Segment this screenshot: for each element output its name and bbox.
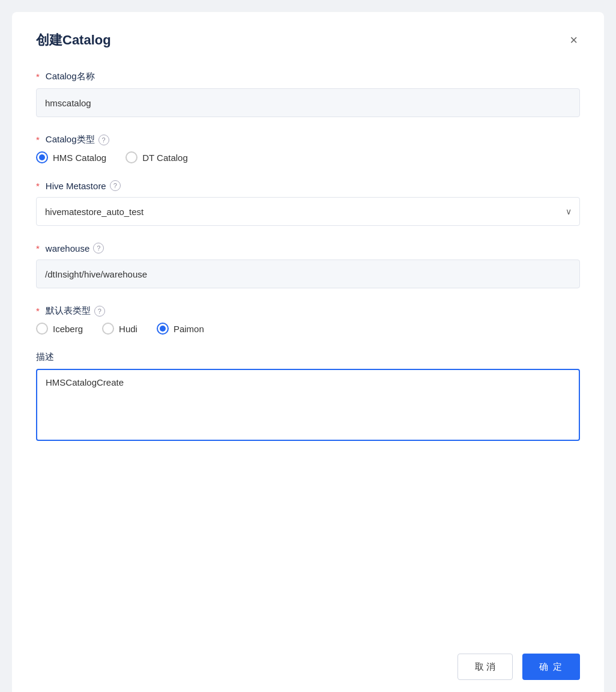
radio-hms-circle <box>36 151 48 163</box>
catalog-name-label: * Catalog名称 <box>36 71 580 82</box>
required-star-type: * <box>36 135 40 145</box>
warehouse-label: * warehouse ? <box>36 243 580 253</box>
catalog-type-label: * Catalog类型 ? <box>36 134 580 145</box>
radio-iceberg-circle <box>36 323 48 335</box>
warehouse-help-icon[interactable]: ? <box>93 243 104 253</box>
catalog-type-radio-group: HMS Catalog DT Catalog <box>36 151 580 163</box>
hive-metastore-select-wrapper: hivematestore_auto_test ∨ <box>36 197 580 226</box>
description-textarea[interactable]: HMSCatalogCreate <box>36 369 580 441</box>
radio-dt-catalog[interactable]: DT Catalog <box>125 151 188 163</box>
hive-metastore-section: * Hive Metastore ? hivematestore_auto_te… <box>36 180 580 226</box>
warehouse-input[interactable] <box>36 260 580 288</box>
dialog-header: 创建Catalog × <box>36 31 580 49</box>
hive-metastore-select[interactable]: hivematestore_auto_test <box>36 197 580 226</box>
default-table-type-help-icon[interactable]: ? <box>94 306 105 317</box>
required-star: * <box>36 71 40 82</box>
radio-paimon-circle <box>157 323 169 335</box>
catalog-name-input[interactable] <box>36 88 580 117</box>
description-section: 描述 HMSCatalogCreate <box>36 351 580 443</box>
default-table-type-section: * 默认表类型 ? Iceberg Hudi Paimon <box>36 305 580 335</box>
default-table-type-label: * 默认表类型 ? <box>36 305 580 317</box>
hive-metastore-help-icon[interactable]: ? <box>110 180 121 191</box>
radio-hms-inner <box>39 154 45 160</box>
warehouse-section: * warehouse ? <box>36 243 580 288</box>
catalog-type-help-icon[interactable]: ? <box>98 135 109 145</box>
dialog-title: 创建Catalog <box>36 31 111 49</box>
dialog-footer: 取 消 确 定 <box>36 630 580 680</box>
required-star-warehouse: * <box>36 243 40 253</box>
radio-hudi[interactable]: Hudi <box>102 323 137 335</box>
required-star-table: * <box>36 306 40 316</box>
catalog-name-section: * Catalog名称 <box>36 71 580 117</box>
cancel-button[interactable]: 取 消 <box>457 654 513 680</box>
confirm-button[interactable]: 确 定 <box>522 654 580 680</box>
radio-hudi-circle <box>102 323 114 335</box>
radio-hms-catalog[interactable]: HMS Catalog <box>36 151 106 163</box>
radio-paimon-inner <box>160 326 166 332</box>
hive-metastore-label: * Hive Metastore ? <box>36 180 580 191</box>
radio-dt-circle <box>125 151 137 163</box>
description-label: 描述 <box>36 351 580 363</box>
catalog-type-section: * Catalog类型 ? HMS Catalog DT Catalog <box>36 134 580 163</box>
radio-paimon[interactable]: Paimon <box>157 323 204 335</box>
close-button[interactable]: × <box>567 31 580 49</box>
create-catalog-dialog: 创建Catalog × * Catalog名称 * Catalog类型 ? HM… <box>12 12 604 692</box>
default-table-type-radio-group: Iceberg Hudi Paimon <box>36 323 580 335</box>
required-star-hive: * <box>36 181 40 191</box>
radio-iceberg[interactable]: Iceberg <box>36 323 83 335</box>
